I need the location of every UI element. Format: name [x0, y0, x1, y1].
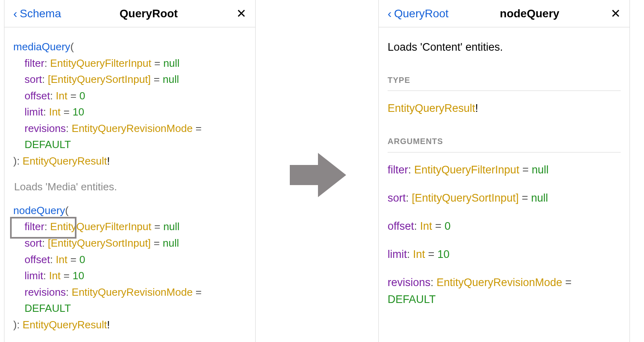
field-description: Loads 'Media' entities.: [14, 179, 246, 195]
field-description: Loads 'Content' entities.: [388, 39, 621, 56]
argument-sort[interactable]: sort: [EntityQuerySortInput] = null: [388, 190, 621, 206]
chevron-left-icon: ‹: [13, 7, 17, 21]
panel-body: mediaQuery( filter: EntityQueryFilterInp…: [4, 27, 255, 337]
field-mediaQuery[interactable]: mediaQuery( filter: EntityQueryFilterInp…: [13, 39, 246, 169]
back-label: QueryRoot: [394, 7, 448, 20]
back-button[interactable]: ‹ Schema: [13, 7, 61, 21]
argument-revisions[interactable]: revisions: EntityQueryRevisionMode = DEF…: [388, 274, 621, 308]
field-name: mediaQuery: [13, 41, 70, 53]
field-name: nodeQuery: [13, 204, 65, 216]
arg-line: offset: Int = 0: [13, 251, 246, 268]
arg-line: limit: Int = 10: [13, 104, 246, 120]
back-label: Schema: [20, 7, 61, 20]
section-label-type: TYPE: [388, 74, 621, 91]
panel-body: Loads 'Content' entities. TYPE EntityQue…: [379, 27, 630, 323]
back-button[interactable]: ‹ QueryRoot: [388, 7, 448, 21]
chevron-left-icon: ‹: [388, 7, 392, 21]
panel-header: ‹ QueryRoot nodeQuery ✕: [379, 0, 630, 27]
schema-panel-nodequery: ‹ QueryRoot nodeQuery ✕ Loads 'Content' …: [378, 0, 630, 342]
panel-title: nodeQuery: [500, 7, 559, 20]
arg-line: revisions: EntityQueryRevisionMode = DEF…: [13, 120, 246, 153]
argument-limit[interactable]: limit: Int = 10: [388, 246, 621, 263]
arg-line: filter: EntityQueryFilterInput = null: [13, 218, 246, 235]
arg-line: revisions: EntityQueryRevisionMode = DEF…: [13, 284, 246, 317]
close-icon[interactable]: ✕: [611, 6, 621, 21]
svg-marker-0: [290, 153, 346, 197]
argument-offset[interactable]: offset: Int = 0: [388, 218, 621, 235]
field-nodeQuery[interactable]: nodeQuery( filter: EntityQueryFilterInpu…: [13, 202, 246, 333]
arg-line: sort: [EntityQuerySortInput] = null: [13, 235, 246, 251]
section-label-arguments: ARGUMENTS: [388, 135, 621, 152]
arg-line: filter: EntityQueryFilterInput = null: [13, 55, 246, 72]
schema-panel-queryroot: ‹ Schema QueryRoot ✕ mediaQuery( filter:…: [4, 0, 256, 342]
panel-title: QueryRoot: [120, 7, 178, 20]
return-type[interactable]: EntityQueryResult!: [388, 100, 621, 117]
arrow-right-icon: [290, 153, 346, 199]
arg-line: limit: Int = 10: [13, 268, 246, 284]
close-icon[interactable]: ✕: [236, 6, 246, 21]
arg-line: offset: Int = 0: [13, 88, 246, 104]
panel-header: ‹ Schema QueryRoot ✕: [4, 0, 255, 27]
argument-filter[interactable]: filter: EntityQueryFilterInput = null: [388, 161, 621, 178]
arg-line: sort: [EntityQuerySortInput] = null: [13, 71, 246, 88]
